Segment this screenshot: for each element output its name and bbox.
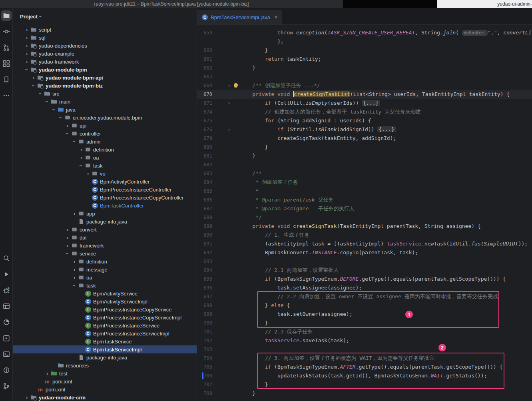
tree-item-src[interactable]: ›src (13, 90, 197, 98)
tree-item-yudao-module-bpm-biz[interactable]: ›yudao-module-bpm-biz (13, 82, 197, 90)
code-line-701[interactable]: 701 // 2.3 保存子任务 (197, 327, 532, 336)
tree-item-oa[interactable]: ›oa (13, 154, 197, 162)
code-line-706[interactable]: 706 updateTaskStatus(task.getId(), BpmTa… (197, 371, 532, 380)
tree-chevron-icon[interactable]: › (37, 91, 44, 96)
code-line-663[interactable]: 663 (197, 72, 532, 81)
code-line-694[interactable]: 694 // 2.1 向前加签，设置审批人 (197, 266, 532, 275)
code-line-675[interactable]: 675 for (String addSignId : userIds) { (197, 116, 532, 125)
tree-item-vo[interactable]: ›vo (13, 170, 197, 178)
code-line-697[interactable]: 697 // 2.2 向后加签，设置 owner 不设置 assignee 是因… (197, 292, 532, 301)
tree-chevron-icon[interactable]: › (65, 234, 70, 241)
terminal-icon[interactable] (1, 349, 12, 359)
editor-tab-BpmTaskServiceImpl[interactable]: C BpmTaskServiceImpl.java × (197, 10, 282, 24)
fold-arrow-icon[interactable]: › (227, 81, 231, 90)
code-line-704[interactable]: 704 // 3. 向后加签，设置子任务的状态为 WAIT，因为需要等父任务审批… (197, 354, 532, 363)
tree-item-task[interactable]: ›task (13, 162, 197, 170)
tree-item-yudao-module-bpm[interactable]: ›yudao-module-bpm (13, 66, 197, 74)
tree-item-BpmTaskService[interactable]: ›IBpmTaskService (13, 337, 197, 345)
tree-chevron-icon[interactable]: › (72, 258, 77, 265)
code-line-699[interactable]: 699 task.setOwner(assignee); (197, 310, 532, 319)
code-line-679[interactable]: 679 createSignTask(taskEntity, addSignId… (197, 134, 532, 143)
services-icon[interactable] (1, 333, 12, 343)
structure-icon[interactable] (1, 58, 12, 69)
tree-item-BpmProcessInstanceController[interactable]: ›CBpmProcessInstanceController (13, 186, 197, 194)
tree-chevron-icon[interactable]: › (44, 99, 50, 104)
debug-icon[interactable] (1, 285, 12, 295)
tree-chevron-icon[interactable]: › (24, 34, 30, 41)
tree-item-oa[interactable]: ›oa (13, 273, 197, 281)
tree-item-BpmProcessInstanceCopyServiceImpl[interactable]: ›CBpmProcessInstanceCopyServiceImpl (13, 313, 197, 321)
close-icon[interactable]: × (275, 14, 278, 20)
tree-item-package-info.java[interactable]: ›package-info.java (13, 217, 197, 225)
tree-item-BpmTaskServiceImpl[interactable]: ›CBpmTaskServiceImpl (13, 345, 197, 353)
code-line-670[interactable]: 670 private void createSignTaskList(List… (197, 90, 532, 99)
pull-requests-icon[interactable] (1, 42, 12, 53)
tree-chevron-icon[interactable]: › (51, 107, 57, 112)
tree-item-yudao-module-crm[interactable]: ›yudao-module-crm (13, 393, 197, 401)
tree-chevron-icon[interactable]: › (64, 131, 71, 136)
tree-chevron-icon[interactable]: › (78, 163, 84, 168)
commit-icon[interactable] (1, 26, 12, 37)
profiler-icon[interactable] (1, 317, 12, 327)
fold-arrow-icon[interactable]: › (227, 125, 231, 134)
fold-arrow-icon[interactable]: › (227, 99, 231, 108)
tree-item-package-info.java[interactable]: ›package-info.java (13, 353, 197, 361)
tree-chevron-icon[interactable]: › (24, 50, 30, 57)
tree-chevron-icon[interactable]: › (72, 210, 77, 217)
code-line-696[interactable]: 696 task.setAssignee(assignee); (197, 283, 532, 292)
code-line-664[interactable]: 664› /** 创建加签子任务 ...*/ (197, 81, 532, 90)
tree-chevron-icon[interactable]: › (78, 146, 84, 153)
tree-item-BpmActivityService[interactable]: ›IBpmActivityService (13, 289, 197, 297)
code-line-682[interactable]: 682 (197, 160, 532, 169)
tree-item-pom.xml[interactable]: ›mpom.xml (13, 385, 197, 393)
tree-chevron-icon[interactable]: › (44, 370, 50, 377)
tree-item-java[interactable]: ›java (13, 106, 197, 114)
tree-chevron-icon[interactable]: › (24, 42, 30, 49)
tree-item-dal[interactable]: ›dal (13, 233, 197, 241)
tree-item-yudao-dependencies[interactable]: ›yudao-dependencies (13, 42, 197, 50)
code-line-693[interactable]: 693 (197, 257, 532, 266)
project-panel-header[interactable]: Project › (13, 8, 197, 25)
code-line-688[interactable]: 688 */ (197, 213, 532, 222)
tree-item-yudao-module-bpm-api[interactable]: ›yudao-module-bpm-api (13, 74, 197, 82)
bookmarks-icon[interactable] (1, 74, 12, 85)
tree-item-test[interactable]: ›test (13, 369, 197, 377)
code-line-680[interactable]: 680 } (197, 143, 532, 152)
code-line-707[interactable]: 707 } (197, 380, 532, 389)
code-line-686[interactable]: 686 * @param parentTask 父任务 (197, 196, 532, 204)
tree-item-cn.iocoder.yudao.module.bpm[interactable]: ›cn.iocoder.yudao.module.bpm (13, 114, 197, 122)
tree-item-api[interactable]: ›api (13, 122, 197, 130)
tree-chevron-icon[interactable]: › (64, 251, 71, 256)
problems-icon[interactable] (1, 365, 12, 375)
code-line-659[interactable]: 659 throw exception(TASK_SIGN_CREATE_USE… (197, 28, 532, 37)
code-line-689[interactable]: 689 private void createSignTask(TaskEnti… (197, 222, 532, 231)
tree-item-yudao-framework[interactable]: ›yudao-framework (13, 58, 197, 66)
code-line-700[interactable]: 700 } (197, 319, 532, 327)
code-editor[interactable]: 659 throw exception(TASK_SIGN_CREATE_USE… (197, 25, 532, 401)
tree-item-BpmTaskController[interactable]: ›CBpmTaskController (13, 201, 197, 209)
tree-item-message[interactable]: ›message (13, 265, 197, 273)
code-line-690[interactable]: 690 // 1. 生成子任务 (197, 231, 532, 239)
code-line-continuation[interactable]: ); (197, 37, 532, 46)
code-line-687[interactable]: 687 * @param assignee 子任务的执行人 (197, 204, 532, 213)
code-line-695[interactable]: 695 if (BpmTaskSignTypeEnum.BEFORE.getTy… (197, 275, 532, 283)
tree-item-convert[interactable]: ›convert (13, 225, 197, 233)
tree-item-script[interactable]: ›script (13, 26, 197, 34)
tree-chevron-icon[interactable]: › (65, 242, 70, 249)
tree-chevron-icon[interactable]: › (31, 74, 36, 81)
tree-chevron-icon[interactable]: › (71, 139, 78, 144)
tree-chevron-icon[interactable]: › (78, 154, 84, 161)
tree-item-BpmActivityServiceImpl[interactable]: ›CBpmActivityServiceImpl (13, 297, 197, 305)
tree-chevron-icon[interactable]: › (65, 122, 70, 129)
code-line-661[interactable]: 661 return taskEntity; (197, 55, 532, 64)
tree-item-BpmActivityController[interactable]: ›CBpmActivityController (13, 178, 197, 186)
tree-item-app[interactable]: ›app (13, 209, 197, 217)
code-line-698[interactable]: 698 } else { (197, 301, 532, 310)
tree-item-definition[interactable]: ›definition (13, 146, 197, 154)
tree-chevron-icon[interactable]: › (24, 26, 30, 33)
tree-chevron-icon[interactable]: › (24, 67, 30, 72)
code-line-703[interactable]: 703 (197, 345, 532, 354)
tree-item-BpmProcessInstanceCopyService[interactable]: ›IBpmProcessInstanceCopyService (13, 305, 197, 313)
tree-item-main[interactable]: ›main (13, 98, 197, 106)
tree-chevron-icon[interactable]: › (65, 226, 70, 233)
